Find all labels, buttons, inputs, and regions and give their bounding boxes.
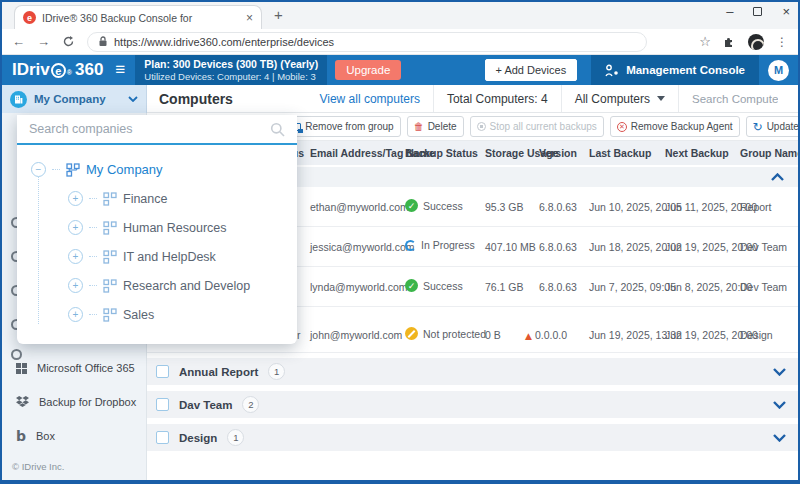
idrive-favicon-icon: e: [23, 11, 36, 24]
management-console-label: Management Console: [626, 64, 745, 76]
tab-close-icon[interactable]: ×: [246, 11, 253, 25]
chevron-down-icon[interactable]: [773, 434, 786, 442]
reload-icon[interactable]: [62, 35, 75, 48]
expand-icon[interactable]: +: [68, 220, 83, 235]
sidebar-item-box[interactable]: b Box: [2, 424, 147, 448]
expand-icon[interactable]: +: [68, 307, 83, 322]
address-field[interactable]: https://www.idrive360.com/enterprise/dev…: [87, 32, 647, 52]
chevron-down-icon[interactable]: [773, 368, 786, 376]
group-checkbox[interactable]: [156, 398, 169, 411]
computers-scope-dropdown[interactable]: All Computers: [561, 85, 678, 112]
company-building-icon: [10, 91, 27, 108]
search-computers-input[interactable]: [692, 93, 778, 105]
user-avatar[interactable]: M: [768, 60, 789, 81]
col-group-name[interactable]: Group Name: [740, 147, 800, 159]
col-backup-status[interactable]: Backup Status: [405, 147, 478, 159]
company-search-input[interactable]: [29, 122, 270, 136]
upgrade-button[interactable]: Upgrade: [335, 60, 401, 80]
collapse-icon[interactable]: −: [31, 162, 46, 177]
window-minimize-button[interactable]: –: [726, 4, 733, 19]
company-selector[interactable]: My Company: [2, 85, 147, 113]
expand-icon[interactable]: +: [68, 191, 83, 206]
group-row-dav-team[interactable]: Dav Team 2: [147, 391, 798, 418]
group-row-design[interactable]: Design 1: [147, 424, 798, 451]
dropbox-icon: [16, 396, 29, 408]
plan-line2: Utilized Devices: Computer: 4 | Mobile: …: [144, 71, 318, 83]
tree-node-sales[interactable]: + Sales: [68, 300, 297, 329]
col-last-backup[interactable]: Last Backup: [589, 147, 651, 159]
sidebar-item-microsoft-office-365[interactable]: Microsoft Office 365: [2, 356, 147, 380]
chevron-down-icon: [128, 96, 138, 102]
view-all-computers-link[interactable]: View all computers: [306, 85, 433, 112]
chevron-down-icon[interactable]: [773, 401, 786, 409]
row-storage: 76.1 GB: [485, 281, 524, 293]
row-version: 6.8.0.63: [539, 281, 577, 293]
search-icon: [270, 122, 285, 137]
padlock-icon: [98, 36, 108, 47]
expand-icon[interactable]: +: [68, 278, 83, 293]
browser-window: e IDrive® 360 Backup Console for × + – ×…: [0, 0, 800, 484]
group-checkbox[interactable]: [156, 365, 169, 378]
browser-menu-icon[interactable]: ⋮: [776, 35, 788, 49]
remove-from-group-button[interactable]: Remove from group: [284, 116, 400, 137]
back-icon[interactable]: ←: [12, 34, 25, 49]
row-last-backup: Jun 7, 2025, 09:05: [589, 281, 676, 293]
row-email: ethan@myworld.com: [310, 201, 409, 213]
group-count-badge: 2: [242, 396, 259, 413]
browser-profile-avatar[interactable]: [748, 34, 764, 50]
add-devices-button[interactable]: + Add Devices: [485, 59, 578, 81]
success-icon: ✓: [405, 279, 418, 292]
stop-all-backups-button[interactable]: Stop all current backups: [470, 116, 604, 137]
org-icon: [103, 192, 117, 206]
chevron-up-icon[interactable]: [771, 173, 784, 181]
tree-node-research-and-develop[interactable]: + Research and Develop: [68, 271, 297, 300]
tree-node-it-and-helpdesk[interactable]: + IT and HelpDesk: [68, 242, 297, 271]
extensions-puzzle-icon[interactable]: [723, 35, 736, 48]
app-header: IDrive®360 ≡ Plan: 300 Devices (300 TB) …: [2, 55, 798, 85]
tree-connector-line: [38, 177, 39, 324]
row-group-name: Report: [740, 201, 772, 213]
window-close-button[interactable]: ×: [782, 4, 790, 19]
hamburger-menu-icon[interactable]: ≡: [115, 60, 125, 80]
search-computers-box[interactable]: [678, 85, 798, 112]
expand-icon[interactable]: +: [68, 249, 83, 264]
org-icon: [103, 308, 117, 322]
company-search-box[interactable]: [17, 115, 297, 145]
tab-bar: e IDrive® 360 Backup Console for × + – ×: [2, 2, 798, 29]
bookmark-star-icon[interactable]: ☆: [699, 34, 711, 49]
row-storage: 407.10 MB: [485, 241, 536, 253]
url-bar: ← → https://www.idrive360.com/enterprise…: [2, 29, 798, 55]
window-restore-button[interactable]: [753, 7, 762, 16]
org-icon: [66, 163, 80, 177]
group-count-badge: 1: [268, 363, 285, 380]
tree-node-human-resources[interactable]: + Human Resources: [68, 213, 297, 242]
not-protected-icon: [405, 327, 418, 340]
success-icon: ✓: [405, 199, 418, 212]
update-backup-agent-button[interactable]: ↻ Update Backup Agent: [746, 116, 800, 137]
row-backup-status: Not protected: [405, 327, 486, 340]
browser-tab[interactable]: e IDrive® 360 Backup Console for ×: [14, 5, 262, 29]
row-version: ▲0.0.0.0: [525, 329, 567, 341]
plan-summary: Plan: 300 Devices (300 TB) (Yearly) Util…: [135, 55, 327, 85]
row-version: 6.8.0.63: [539, 201, 577, 213]
row-storage: 95.3 GB: [485, 201, 524, 213]
tree-node-finance[interactable]: + Finance: [68, 184, 297, 213]
box-icon: b: [16, 428, 26, 444]
row-backup-status: In Progress: [405, 239, 475, 251]
col-next-backup[interactable]: Next Backup: [665, 147, 729, 159]
new-tab-button[interactable]: +: [274, 6, 283, 23]
row-backup-status: ✓ Success: [405, 279, 463, 292]
group-row-annual-report[interactable]: Annual Report 1: [147, 358, 798, 385]
logo-e-icon: e: [51, 63, 66, 78]
delete-button[interactable]: 🗑 Delete: [407, 116, 464, 137]
group-checkbox[interactable]: [156, 431, 169, 444]
page-bar: My Company Computers View all computers …: [2, 85, 798, 113]
sidebar-item-backup-for-dropbox[interactable]: Backup for Dropbox: [2, 390, 147, 414]
forward-icon[interactable]: →: [37, 34, 50, 49]
remove-backup-agent-button[interactable]: ✕ Remove Backup Agent: [610, 116, 740, 137]
tree-node-my-company[interactable]: − My Company: [31, 155, 297, 184]
org-icon: [103, 221, 117, 235]
management-console-nav[interactable]: Management Console: [591, 55, 759, 85]
col-version[interactable]: Version: [539, 147, 577, 159]
microsoft-grid-icon: [16, 363, 27, 374]
